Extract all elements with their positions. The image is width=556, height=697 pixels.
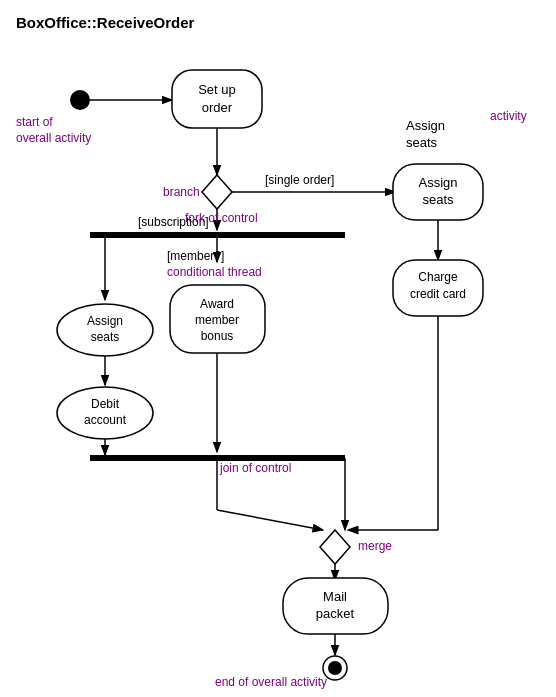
conditional-thread-label: conditional thread <box>167 265 262 279</box>
assign-seats-right-label2: seats <box>422 192 454 207</box>
assign-seats-left-label2: seats <box>91 330 120 344</box>
assign-seats-annotation: Assign <box>406 118 445 133</box>
charge-credit-card-label2: credit card <box>410 287 466 301</box>
mail-packet-label: Mail <box>323 589 347 604</box>
award-member-bonus-label2: member <box>195 313 239 327</box>
mail-packet-label2: packet <box>316 606 355 621</box>
assign-seats-right-label: Assign <box>418 175 457 190</box>
start-node <box>70 90 90 110</box>
join-bar <box>90 455 345 461</box>
setup-order-label2: order <box>202 100 233 115</box>
setup-order-node <box>172 70 262 128</box>
award-member-bonus-label3: bonus <box>201 329 234 343</box>
setup-order-label: Set up <box>198 82 236 97</box>
award-member-bonus-label: Award <box>200 297 234 311</box>
single-order-label: [single order] <box>265 173 334 187</box>
assign-seats-annotation2: seats <box>406 135 438 150</box>
end-label: end of overall activity <box>215 675 327 689</box>
debit-account-label2: account <box>84 413 127 427</box>
branch-diamond <box>202 175 232 209</box>
assign-seats-left-label: Assign <box>87 314 123 328</box>
merge-label: merge <box>358 539 392 553</box>
charge-credit-card-label: Charge <box>418 270 458 284</box>
fork-label: fork of control <box>185 211 258 225</box>
merge-diamond <box>320 530 350 564</box>
end-node-inner <box>328 661 342 675</box>
join-label: join of control <box>219 461 291 475</box>
start-label: start of <box>16 115 53 129</box>
activity-label: activity <box>490 109 527 123</box>
branch-label: branch <box>163 185 200 199</box>
debit-account-label: Debit <box>91 397 120 411</box>
activity-diagram: Set up order start of overall activity A… <box>0 0 556 697</box>
member-condition-label: [member?] <box>167 249 224 263</box>
fork-bar <box>90 232 345 238</box>
svg-line-14 <box>217 510 323 530</box>
start-label2: overall activity <box>16 131 91 145</box>
